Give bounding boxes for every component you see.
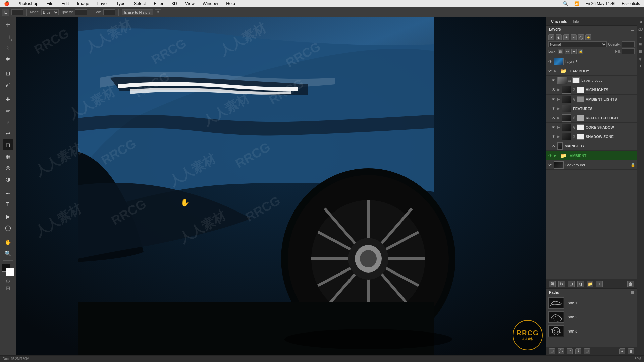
panel-icon-1[interactable]: ≡ bbox=[638, 34, 644, 40]
shape-tool[interactable]: ◯ bbox=[3, 222, 13, 233]
zoom-tool[interactable]: 🔍 bbox=[3, 248, 13, 259]
gradient-tool[interactable]: ▦ bbox=[3, 151, 13, 162]
layer-eye-coreshadow[interactable]: 👁 bbox=[551, 125, 556, 130]
stroke-path-button[interactable]: ◯ bbox=[558, 348, 564, 354]
layer-eye-features[interactable]: 👁 bbox=[551, 106, 556, 111]
menu-help[interactable]: Help bbox=[225, 1, 236, 6]
menu-image[interactable]: Image bbox=[76, 1, 91, 6]
layer-item-coreshadow[interactable]: 👁 ▶ ⛓ CORE SHADOW bbox=[546, 123, 637, 132]
group-expand-reflectedlights[interactable]: ▶ bbox=[557, 116, 561, 120]
group-expand-carbody[interactable]: ▶ bbox=[554, 69, 557, 73]
delete-path-button[interactable]: 🗑 bbox=[628, 348, 634, 354]
hand-tool[interactable]: ✋ bbox=[3, 237, 13, 247]
group-expand-features[interactable]: ▶ bbox=[557, 107, 561, 110]
brush-options-icon[interactable]: ⚙ bbox=[155, 9, 161, 15]
menu-file[interactable]: File bbox=[45, 1, 55, 6]
paths-menu-icon[interactable]: ☰ bbox=[631, 291, 634, 294]
filter-color-icon[interactable]: ◯ bbox=[578, 34, 584, 40]
canvas-area[interactable]: RRCG 人人素材 RRCG 人人素材 RRCG 人人素材 RRCG 人人素材 … bbox=[16, 17, 546, 355]
path-item-path3[interactable]: Path 3 bbox=[546, 324, 637, 338]
layer-eye-layer5[interactable]: 👁 bbox=[548, 59, 553, 64]
layer-item-reflectedlights[interactable]: 👁 ▶ ⛓ REFLECTED LIGH... bbox=[546, 113, 637, 123]
layer-item-carbody[interactable]: 👁 ▶ 📁 CAR BODY bbox=[546, 66, 637, 76]
eraser-tool-icon[interactable]: E bbox=[2, 9, 9, 16]
layer-eye-mainbody[interactable]: 👁 bbox=[551, 144, 556, 148]
mode-select[interactable]: Brush Pencil Block bbox=[41, 9, 59, 15]
search-icon[interactable]: 🔍 bbox=[561, 1, 570, 6]
lock-all-icon[interactable]: 🔒 bbox=[578, 49, 583, 54]
lock-transparent-icon[interactable]: ⊡ bbox=[558, 49, 563, 54]
background-color[interactable] bbox=[6, 268, 14, 276]
filter-layer-icon[interactable]: ≡ bbox=[571, 34, 577, 40]
erase-to-history-button[interactable]: Erase to History bbox=[122, 9, 153, 15]
menu-select[interactable]: Select bbox=[132, 1, 147, 6]
tab-channels[interactable]: Channels bbox=[548, 18, 569, 25]
add-mask-button[interactable]: ⊡ bbox=[568, 281, 575, 287]
panel-icon-5[interactable]: T bbox=[638, 63, 644, 69]
add-layer-button[interactable]: + bbox=[596, 281, 603, 287]
layer-eye-background[interactable]: 👁 bbox=[548, 163, 553, 167]
group-expand-coreshadow[interactable]: ▶ bbox=[557, 125, 561, 129]
lasso-tool[interactable]: ⌇ bbox=[3, 42, 13, 53]
panel-icon-3[interactable]: ▦ bbox=[638, 48, 644, 54]
fill-path-button[interactable]: ⊡ bbox=[549, 348, 555, 354]
opacity-value-lc[interactable]: 100% bbox=[622, 41, 635, 47]
move-tool[interactable]: ✛ bbox=[3, 19, 13, 30]
menu-layer[interactable]: Layer bbox=[96, 1, 110, 6]
blur-tool[interactable]: ◎ bbox=[3, 162, 13, 173]
brush-size-input[interactable]: 10 bbox=[11, 9, 23, 15]
quick-mask-icon[interactable]: ⊙ bbox=[6, 278, 10, 284]
load-selection-button[interactable]: ⊙ bbox=[567, 348, 573, 354]
filter-smart-icon[interactable]: ⚡ bbox=[585, 34, 591, 40]
layer-eye-layer8copy[interactable]: 👁 bbox=[551, 78, 556, 83]
brush-tool[interactable]: ✏ bbox=[3, 105, 13, 116]
filter-mode-icon[interactable]: ◐ bbox=[556, 34, 562, 40]
essentials-workspace[interactable]: Essentials bbox=[620, 1, 641, 6]
path-select-tool[interactable]: ▶ bbox=[3, 211, 13, 222]
color-swatches[interactable] bbox=[2, 264, 14, 276]
add-style-button[interactable]: fx bbox=[558, 281, 565, 287]
layer-item-features[interactable]: 👁 ▶ FEATURES bbox=[546, 104, 637, 113]
menu-edit[interactable]: Edit bbox=[60, 1, 70, 6]
layers-menu-icon[interactable]: ☰ bbox=[631, 27, 634, 31]
opacity-input[interactable]: 100% bbox=[75, 9, 87, 15]
blend-mode-select[interactable]: Normal Multiply Screen Overlay bbox=[548, 41, 607, 47]
path-item-path2[interactable]: Path 2 bbox=[546, 310, 637, 324]
new-path-button[interactable]: + bbox=[619, 348, 625, 354]
layer-item-shadowzone[interactable]: 👁 ▶ ⛓ SHADOW ZONE bbox=[546, 132, 637, 141]
fill-value-lc[interactable]: 45% bbox=[622, 48, 635, 54]
clone-stamp-tool[interactable]: ⎀ bbox=[3, 117, 13, 127]
pen-tool[interactable]: ✒ bbox=[3, 188, 13, 199]
group-expand-ambientlights[interactable]: ▶ bbox=[557, 97, 561, 101]
panel-icon-4[interactable]: ◎ bbox=[638, 56, 644, 62]
menu-view[interactable]: View bbox=[184, 1, 196, 6]
history-brush-tool[interactable]: ↩ bbox=[3, 128, 13, 139]
filter-kind-icon[interactable]: 𝒦 bbox=[548, 34, 554, 40]
magic-wand-tool[interactable]: ✱ bbox=[3, 54, 13, 64]
layer-item-layer5[interactable]: 👁 Layer 5 bbox=[546, 57, 637, 66]
link-layers-button[interactable]: ⛓ bbox=[549, 281, 556, 287]
path-item-path1[interactable]: Path 1 bbox=[546, 296, 637, 310]
screen-mode-icon[interactable]: ⊞ bbox=[6, 285, 10, 291]
lock-position-icon[interactable]: ✛ bbox=[571, 49, 577, 54]
make-work-path-button[interactable]: ⌇ bbox=[575, 348, 581, 354]
crop-tool[interactable]: ⊡ bbox=[3, 68, 13, 79]
layer-eye-ambientlights[interactable]: 👁 bbox=[551, 97, 556, 102]
marquee-tool[interactable]: ⬚ ▼ bbox=[3, 31, 13, 42]
layer-item-mainbody[interactable]: 👁 MAINBODY bbox=[546, 141, 637, 151]
filter-effect-icon[interactable]: ★ bbox=[563, 34, 569, 40]
menu-3d[interactable]: 3D bbox=[170, 1, 178, 6]
eraser-tool[interactable]: ◻ bbox=[3, 139, 13, 150]
group-expand-highlights[interactable]: ▶ bbox=[557, 88, 561, 92]
layer-eye-shadowzone[interactable]: 👁 bbox=[551, 134, 556, 139]
spot-heal-tool[interactable]: ✚ bbox=[3, 94, 13, 105]
text-tool[interactable]: T bbox=[3, 199, 13, 210]
menu-filter[interactable]: Filter bbox=[153, 1, 165, 6]
panel-icon-2[interactable]: ⊞ bbox=[638, 41, 644, 47]
flow-input[interactable]: 82% bbox=[103, 9, 115, 15]
menu-photoshop[interactable]: Photoshop bbox=[16, 1, 40, 6]
delete-layer-button[interactable]: 🗑 bbox=[627, 281, 634, 287]
add-mask-path-button[interactable]: ⊡ bbox=[584, 348, 590, 354]
layer-eye-ambient[interactable]: 👁 bbox=[548, 153, 553, 158]
add-adjustment-button[interactable]: ◑ bbox=[577, 281, 584, 287]
